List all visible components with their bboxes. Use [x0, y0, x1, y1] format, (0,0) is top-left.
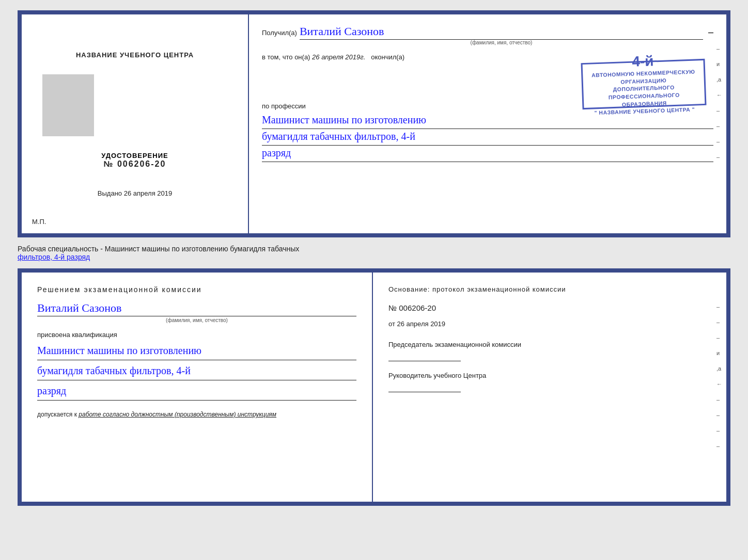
cert-issued: Выдано 26 апреля 2019: [98, 189, 172, 197]
photo-placeholder: [42, 74, 94, 136]
subtitle-text: Рабочая специальность - Машинист машины …: [18, 244, 730, 262]
person-name-bottom: Виталий Сазонов: [37, 301, 356, 316]
head-signature: [388, 382, 461, 392]
allowed-text: допускается к работе согласно должностны…: [37, 411, 356, 418]
qual-line3: разряд: [37, 383, 356, 401]
mp-label: М.П.: [32, 218, 46, 226]
right-side-marks: – и ,а ← – – – –: [716, 45, 722, 160]
chairman-section: Председатель экзаменационной комиссии: [388, 341, 711, 361]
recipient-label: Получил(а): [262, 29, 297, 37]
protocol-number: № 006206-20: [388, 303, 711, 312]
recipient-section: Получил(а) Виталий Сазонов (фамилия, имя…: [262, 25, 713, 45]
cert-label: УДОСТОВЕРЕНИЕ: [101, 152, 168, 159]
fio-label-top: (фамилия, имя, отчество): [300, 40, 703, 45]
chairman-label: Председатель экзаменационной комиссии: [388, 341, 711, 348]
training-center-title: НАЗВАНИЕ УЧЕБНОГО ЦЕНТРА: [76, 51, 194, 59]
stamp-line2: ДОПОЛНИТЕЛЬНОГО ПРОФЕССИОНАЛЬНОГО ОБРАЗО…: [586, 83, 702, 109]
bottom-left-panel: Решением экзаменационной комиссии Витали…: [22, 273, 373, 502]
recipient-name: Виталий Сазонов: [300, 25, 703, 40]
cert-right-panel: Получил(а) Виталий Сазонов (фамилия, имя…: [249, 14, 726, 233]
profession-line2: бумагидля табачных фильтров, 4-й: [262, 129, 713, 146]
date-from: от 26 апреля 2019: [388, 320, 711, 328]
chairman-signature: [388, 351, 461, 361]
assigned-text: присвоена квалификация: [37, 331, 356, 339]
decision-title: Решением экзаменационной комиссии: [37, 285, 356, 294]
fio-label-bottom: (фамилия, имя, отчество): [37, 317, 356, 323]
stamp-number: 4-й: [632, 53, 654, 70]
head-section: Руководитель учебного Центра: [388, 372, 711, 392]
cert-label-number: УДОСТОВЕРЕНИЕ № 006206-20: [101, 152, 168, 189]
bottom-right-panel: Основание: протокол экзаменационной коми…: [373, 273, 726, 502]
cert-number: № 006206-20: [101, 159, 168, 169]
basis-label: Основание: протокол экзаменационной коми…: [388, 285, 711, 293]
cert-left-panel: НАЗВАНИЕ УЧЕБНОГО ЦЕНТРА УДОСТОВЕРЕНИЕ №…: [22, 14, 249, 233]
qual-line2: бумагидля табачных фильтров, 4-й: [37, 363, 356, 380]
qual-line1: Машинист машины по изготовлению: [37, 343, 356, 360]
stamp-block: 4-й АВТОНОМНУЮ НЕКОММЕРЧЕСКУЮ ОРГАНИЗАЦИ…: [581, 59, 707, 109]
head-label: Руководитель учебного Центра: [388, 372, 711, 379]
subtitle-underline: фильтров, 4-й разряд: [18, 253, 90, 261]
profession-line3: разряд: [262, 146, 713, 162]
certificate-bottom: Решением экзаменационной комиссии Витали…: [18, 268, 730, 506]
bottom-right-marks: – – – и ,а ← – – – –: [716, 303, 722, 449]
certificate-top: НАЗВАНИЕ УЧЕБНОГО ЦЕНТРА УДОСТОВЕРЕНИЕ №…: [18, 10, 730, 237]
